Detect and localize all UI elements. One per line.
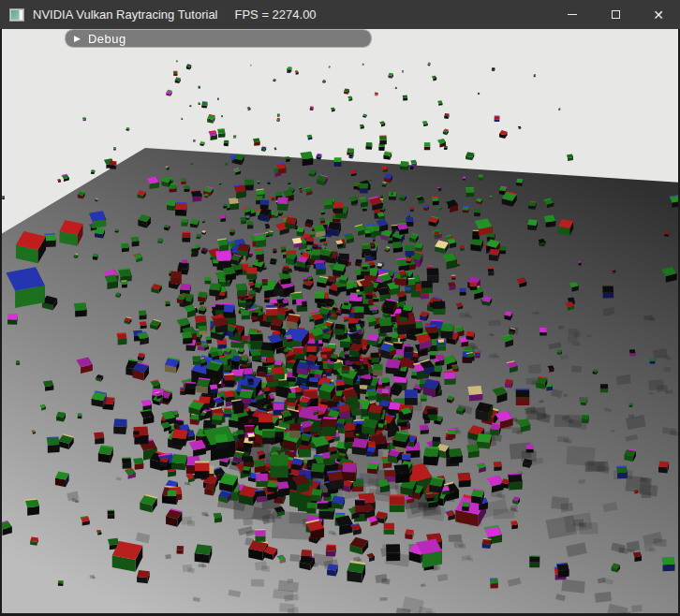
app-window: NVIDIA Vulkan Raytracing Tutorial FPS = … — [0, 0, 680, 616]
maximize-icon — [612, 10, 620, 19]
close-button[interactable]: ✕ — [637, 0, 680, 29]
minimize-button[interactable] — [551, 0, 594, 29]
render-viewport: ▶ Debug — [2, 29, 678, 613]
debug-panel-label: Debug — [88, 32, 126, 46]
window-title: NVIDIA Vulkan Raytracing Tutorial — [33, 7, 218, 22]
app-icon-pane — [11, 10, 19, 20]
debug-panel-header[interactable]: ▶ Debug — [66, 30, 371, 47]
window-controls: ✕ — [551, 0, 680, 29]
title-bar[interactable]: NVIDIA Vulkan Raytracing Tutorial FPS = … — [0, 0, 680, 29]
raytraced-scene-canvas[interactable] — [2, 29, 678, 613]
minimize-icon — [568, 14, 577, 15]
fps-counter: FPS = 2274.00 — [235, 7, 317, 22]
collapse-arrow-icon: ▶ — [74, 35, 81, 43]
maximize-button[interactable] — [594, 0, 637, 29]
close-icon: ✕ — [653, 8, 664, 22]
app-icon-strip — [20, 10, 22, 20]
app-icon — [9, 8, 24, 22]
